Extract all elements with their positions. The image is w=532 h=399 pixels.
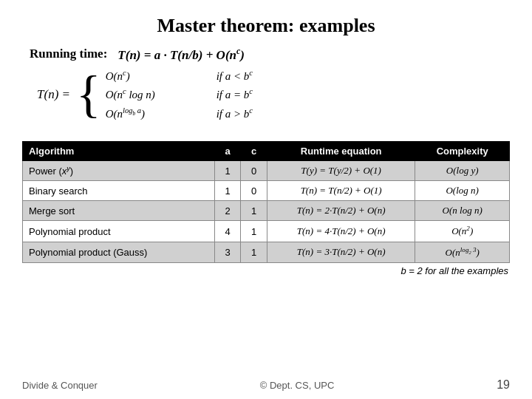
piecewise-case-2: O(nc log n) if a = bc: [106, 86, 276, 103]
piecewise-case-3: O(nlogb a) if a > bc: [106, 105, 276, 123]
footer-center: © Dept. CS, UPC: [260, 380, 335, 391]
case-3-cond: if a > bc: [216, 105, 276, 123]
cell-complexity: O(log y): [415, 161, 510, 181]
case-3-expr: O(nlogb a): [106, 105, 194, 123]
running-time-row: Running time: T(n) = a · T(n/b) + O(nc): [30, 46, 510, 63]
col-algorithm: Algorithm: [23, 142, 215, 161]
running-time-label: Running time:: [30, 47, 107, 61]
col-c: c: [241, 142, 267, 161]
cell-algorithm: Power (xy): [23, 161, 215, 181]
cell-a: 3: [214, 242, 241, 262]
footer-left: Divide & Conquer: [22, 380, 98, 391]
running-time-formula: T(n) = a · T(n/b) + O(nc): [117, 46, 245, 63]
case-1-cond: if a < bc: [216, 67, 276, 85]
cell-a: 2: [214, 201, 241, 221]
cell-algorithm: Merge sort: [23, 201, 215, 221]
table-row: Polynomial product 4 1 T(n) = 4·T(n/2) +…: [23, 221, 510, 242]
piecewise-section: T(n) = { O(nc) if a < bc O(nc log n): [37, 67, 510, 123]
table-wrapper: Algorithm a c Runtime equation Complexit…: [22, 141, 510, 374]
piecewise-cases: O(nc) if a < bc O(nc log n) if a = bc: [106, 67, 276, 123]
page-footer: Divide & Conquer © Dept. CS, UPC 19: [22, 374, 510, 392]
piecewise-lhs: T(n) =: [37, 87, 70, 102]
piecewise-brace: {: [76, 69, 101, 120]
page: Master theorem: examples Running time: T…: [0, 0, 532, 399]
col-complexity: Complexity: [415, 142, 510, 161]
cell-complexity: O(n log n): [415, 201, 510, 221]
col-a: a: [214, 142, 241, 161]
table-row: Binary search 1 0 T(n) = T(n/2) + O(1) O…: [23, 181, 510, 201]
piecewise-case-1: O(nc) if a < bc: [106, 67, 276, 85]
col-runtime: Runtime equation: [267, 142, 415, 161]
cell-c: 0: [241, 161, 267, 181]
table-row: Polynomial product (Gauss) 3 1 T(n) = 3·…: [23, 242, 510, 262]
table-footnote: b = 2 for all the examples: [22, 265, 510, 276]
table-row: Merge sort 2 1 T(n) = 2·T(n/2) + O(n) O(…: [23, 201, 510, 221]
cell-complexity: O(nlog2 3): [415, 242, 510, 262]
page-title: Master theorem: examples: [22, 15, 510, 37]
cell-complexity: O(n2): [415, 221, 510, 242]
cell-runtime: T(y) = T(y/2) + O(1): [267, 161, 415, 181]
table-header-row: Algorithm a c Runtime equation Complexit…: [23, 142, 510, 161]
cell-algorithm: Binary search: [23, 181, 215, 201]
cell-a: 1: [214, 181, 241, 201]
cell-algorithm: Polynomial product: [23, 221, 215, 242]
case-2-expr: O(nc log n): [106, 86, 194, 103]
table-row: Power (xy) 1 0 T(y) = T(y/2) + O(1) O(lo…: [23, 161, 510, 181]
cell-a: 4: [214, 221, 241, 242]
cell-algorithm: Polynomial product (Gauss): [23, 242, 215, 262]
cell-runtime: T(n) = 2·T(n/2) + O(n): [267, 201, 415, 221]
cell-complexity: O(log n): [415, 181, 510, 201]
cell-c: 1: [241, 221, 267, 242]
cell-c: 1: [241, 201, 267, 221]
footer-right: 19: [497, 378, 510, 392]
examples-table: Algorithm a c Runtime equation Complexit…: [22, 141, 510, 263]
cell-runtime: T(n) = 3·T(n/2) + O(n): [267, 242, 415, 262]
cell-runtime: T(n) = T(n/2) + O(1): [267, 181, 415, 201]
cell-a: 1: [214, 161, 241, 181]
case-1-expr: O(nc): [106, 67, 194, 85]
case-2-cond: if a = bc: [216, 86, 276, 103]
cell-runtime: T(n) = 4·T(n/2) + O(n): [267, 221, 415, 242]
running-time-section: Running time: T(n) = a · T(n/b) + O(nc) …: [22, 46, 510, 129]
cell-c: 1: [241, 242, 267, 262]
cell-c: 0: [241, 181, 267, 201]
